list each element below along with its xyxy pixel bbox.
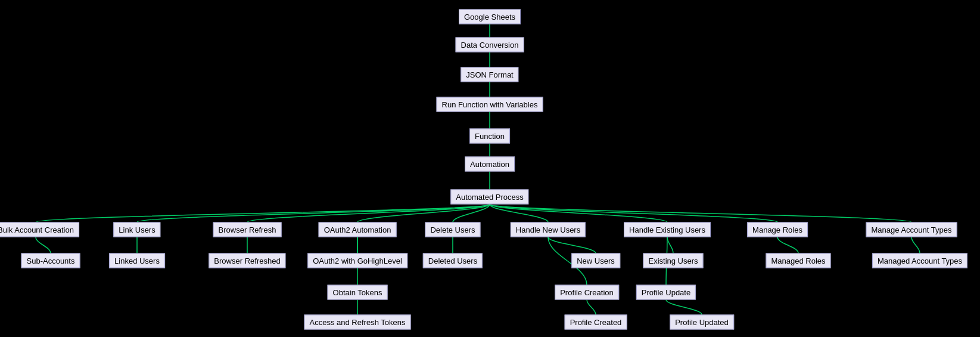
node-handle-existing-users: Handle Existing Users <box>624 222 711 237</box>
node-linked-users: Linked Users <box>109 253 165 268</box>
node-managed-account-types: Managed Account Types <box>872 253 967 268</box>
node-deleted-users: Deleted Users <box>423 253 483 268</box>
node-existing-users: Existing Users <box>643 253 703 268</box>
node-data-conversion: Data Conversion <box>456 38 524 52</box>
node-managed-roles: Managed Roles <box>766 253 830 268</box>
node-oauth2-gohighlevel: OAuth2 with GoHighLevel <box>307 253 407 268</box>
node-automation: Automation <box>465 157 515 172</box>
node-obtain-tokens: Obtain Tokens <box>328 285 388 300</box>
node-oauth2-automation: OAuth2 Automation <box>319 222 397 237</box>
node-bulk-account-creation: Bulk Account Creation <box>0 222 79 237</box>
node-google-sheets: Google Sheets <box>459 10 521 24</box>
node-sub-accounts: Sub-Accounts <box>21 253 80 268</box>
node-browser-refreshed: Browser Refreshed <box>209 253 285 268</box>
node-profile-update: Profile Update <box>636 285 696 300</box>
node-manage-roles: Manage Roles <box>747 222 808 237</box>
node-run-function: Run Function with Variables <box>437 97 543 112</box>
node-browser-refresh: Browser Refresh <box>213 222 282 237</box>
node-profile-updated: Profile Updated <box>670 315 734 330</box>
node-json-format: JSON Format <box>461 67 518 82</box>
node-handle-new-users: Handle New Users <box>511 222 586 237</box>
node-link-users: Link Users <box>113 222 160 237</box>
node-manage-account-types: Manage Account Types <box>866 222 957 237</box>
node-access-refresh-tokens: Access and Refresh Tokens <box>304 315 411 330</box>
node-profile-created: Profile Created <box>565 315 627 330</box>
node-new-users: New Users <box>571 253 620 268</box>
diagram-container: Google SheetsData ConversionJSON FormatR… <box>0 0 980 337</box>
node-delete-users: Delete Users <box>425 222 480 237</box>
node-profile-creation: Profile Creation <box>555 285 619 300</box>
node-automated-process: Automated Process <box>450 190 528 205</box>
node-function: Function <box>469 129 510 144</box>
